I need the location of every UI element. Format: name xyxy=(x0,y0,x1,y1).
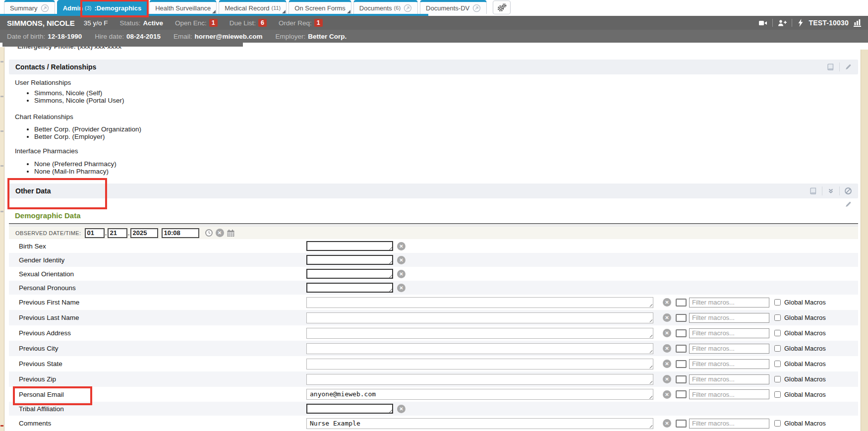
clear-icon[interactable]: ✕ xyxy=(663,419,671,428)
macro-list-icon[interactable] xyxy=(676,420,687,428)
global-macros-checkbox[interactable] xyxy=(774,420,781,427)
macro-list-icon[interactable] xyxy=(676,345,687,353)
observed-year-input[interactable] xyxy=(130,228,158,238)
bolt-icon[interactable] xyxy=(797,19,804,27)
personal-email-input[interactable] xyxy=(306,389,653,400)
clear-icon[interactable]: ✕ xyxy=(663,344,671,353)
tab-medical-record[interactable]: Medical Record (11) xyxy=(219,0,287,14)
macro-list-icon[interactable] xyxy=(676,360,687,368)
video-icon[interactable] xyxy=(758,19,767,27)
demographic-data-heading: Demographic Data xyxy=(15,211,81,220)
clear-icon[interactable]: ✕ xyxy=(663,329,671,337)
section-other-data[interactable]: Other Data xyxy=(9,184,858,198)
observed-month-input[interactable] xyxy=(85,228,105,238)
observed-datetime-label: OBSERVED DATE/TIME: xyxy=(15,230,81,236)
observed-time-input[interactable] xyxy=(162,228,199,238)
tab-documents[interactable]: Documents (6) xyxy=(353,0,418,14)
calendar-icon[interactable] xyxy=(227,229,235,237)
birth-sex-input[interactable] xyxy=(306,241,393,251)
previous-state-input[interactable] xyxy=(306,359,653,369)
hire-date-label: Hire date: xyxy=(95,33,124,40)
list-item: Simmons, Nicole (Self) xyxy=(34,89,124,97)
previous-address-input[interactable] xyxy=(306,328,653,339)
due-list-badge[interactable]: 6 xyxy=(258,19,267,27)
filter-macros-input[interactable] xyxy=(689,328,769,338)
filter-macros-input[interactable] xyxy=(689,359,769,369)
clear-icon[interactable]: ✕ xyxy=(663,390,671,399)
patient-header: SIMMONS, NICOLE 35 y/o F Status: Active … xyxy=(0,16,868,30)
filter-macros-input[interactable] xyxy=(689,298,769,308)
open-in-new-icon[interactable] xyxy=(404,4,412,12)
comments-input[interactable] xyxy=(306,418,653,429)
previous-city-input[interactable] xyxy=(306,343,653,354)
filter-macros-input[interactable] xyxy=(689,419,769,429)
gender-identity-input[interactable] xyxy=(306,255,393,265)
tribal-affiliation-input[interactable] xyxy=(306,404,393,414)
order-req-badge[interactable]: 1 xyxy=(314,19,323,27)
global-macros-checkbox[interactable] xyxy=(774,330,781,336)
edit-pencil-icon[interactable] xyxy=(844,63,852,71)
station-id: TEST-10030 xyxy=(809,19,849,27)
form-row-previous-city: Previous City ✕ Global Macros xyxy=(9,341,858,356)
previous-last-name-input[interactable] xyxy=(306,312,653,323)
filter-macros-input[interactable] xyxy=(689,389,769,399)
open-enc-badge[interactable]: 1 xyxy=(209,19,218,27)
macro-list-icon[interactable] xyxy=(676,390,687,398)
global-macros-checkbox[interactable] xyxy=(774,299,781,306)
form-row-previous-first-name: Previous First Name ✕ Global Macros xyxy=(9,295,858,310)
global-macros-checkbox[interactable] xyxy=(774,376,781,382)
tab-admin-demographics[interactable]: Admin (3) :Demographics xyxy=(57,0,148,14)
add-person-icon[interactable] xyxy=(778,19,787,27)
list-item: Simmons, Nicole (Portal User) xyxy=(34,97,124,104)
clear-icon[interactable]: ✕ xyxy=(663,375,671,383)
previous-zip-input[interactable] xyxy=(306,374,653,385)
clear-icon[interactable]: ✕ xyxy=(216,229,224,237)
filter-macros-input[interactable] xyxy=(689,313,769,323)
filter-macros-input[interactable] xyxy=(689,344,769,354)
clear-icon[interactable]: ✕ xyxy=(397,242,405,250)
tab-demographics-label: :Demographics xyxy=(95,4,142,12)
clear-icon[interactable]: ✕ xyxy=(663,313,671,322)
previous-first-name-input[interactable] xyxy=(306,297,653,308)
book-icon[interactable] xyxy=(826,63,835,71)
form-row-personal-pronouns: Personal Pronouns ✕ xyxy=(9,281,858,295)
observed-day-input[interactable] xyxy=(108,228,127,238)
form-row-comments: Comments ✕ Global Macros xyxy=(9,416,858,431)
divider xyxy=(839,186,840,195)
clear-icon[interactable]: ✕ xyxy=(397,256,405,264)
global-macros-checkbox[interactable] xyxy=(774,391,781,398)
clear-icon[interactable]: ✕ xyxy=(663,360,671,368)
clear-icon[interactable]: ✕ xyxy=(397,284,405,292)
filter-macros-input[interactable] xyxy=(689,374,769,384)
tab-health-surveillance[interactable]: Health Surveillance xyxy=(149,0,217,14)
form-row-previous-state: Previous State ✕ Global Macros xyxy=(9,356,858,371)
global-macros-checkbox[interactable] xyxy=(774,361,781,367)
macro-list-icon[interactable] xyxy=(676,299,687,307)
global-macros-label: Global Macros xyxy=(784,360,826,368)
clear-icon[interactable]: ✕ xyxy=(663,298,671,307)
collapse-chevrons-icon[interactable] xyxy=(827,187,835,195)
settings-button[interactable] xyxy=(493,0,511,14)
sexual-orientation-input[interactable] xyxy=(306,269,393,279)
disable-icon[interactable] xyxy=(844,187,852,195)
macro-list-icon[interactable] xyxy=(676,314,687,322)
tab-documents-dv[interactable]: Documents-DV xyxy=(420,0,487,14)
global-macros-checkbox[interactable] xyxy=(774,314,781,321)
global-macros-checkbox[interactable] xyxy=(774,345,781,352)
open-in-new-icon[interactable] xyxy=(472,4,481,12)
book-icon[interactable] xyxy=(809,187,817,195)
macro-list-icon[interactable] xyxy=(676,329,687,337)
employer-label: Employer: xyxy=(275,33,305,40)
macro-list-icon[interactable] xyxy=(676,375,687,383)
personal-pronouns-input[interactable] xyxy=(306,283,393,293)
tab-summary[interactable]: Summary xyxy=(4,0,55,14)
open-in-new-icon[interactable] xyxy=(41,4,49,12)
tab-on-screen-forms[interactable]: On Screen Forms xyxy=(289,0,351,14)
bar-chart-icon[interactable] xyxy=(854,19,861,27)
clock-icon[interactable] xyxy=(205,229,213,237)
group-interface-pharmacies: Interface Pharmacies xyxy=(15,147,78,155)
clear-icon[interactable]: ✕ xyxy=(397,405,405,413)
edit-pencil-icon[interactable] xyxy=(844,200,852,208)
clear-icon[interactable]: ✕ xyxy=(397,270,405,278)
section-contacts-relationships[interactable]: Contacts / Relationships xyxy=(9,60,858,74)
